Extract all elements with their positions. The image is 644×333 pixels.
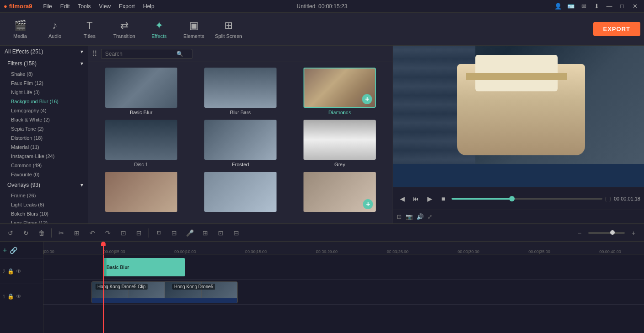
track-2-lock-icon[interactable]: 🔒: [7, 268, 14, 275]
video-clip[interactable]: Hong Kong Drone5 Clip Hong Kong Drone5: [91, 281, 238, 303]
zoom-out-button[interactable]: −: [574, 227, 585, 239]
toolbar-elements[interactable]: ▣ Elements: [177, 15, 210, 44]
zoom-in-button[interactable]: +: [628, 227, 639, 239]
download-icon[interactable]: ⬇: [591, 1, 602, 12]
step-back-button[interactable]: ⏮: [410, 193, 421, 204]
rewind-button[interactable]: ◀: [397, 193, 408, 204]
audio-icon: ♪: [53, 20, 58, 32]
reverse-button[interactable]: ⊡: [215, 227, 227, 239]
timeline-toolbar: ↺ ↻ 🗑 ✂ ⊞ ↶ ↷ ⊡ ⊟ ⊡ ⊟ 🎤 ⊞ ⊡ ⊟ − +: [0, 224, 644, 242]
sidebar-item-frame[interactable]: Frame (26): [0, 191, 88, 200]
track-1-number: 1: [3, 294, 5, 299]
voice-button[interactable]: 🎤: [184, 227, 196, 239]
track-2-eye-icon[interactable]: 👁: [16, 268, 21, 275]
effects-toolbar: ⠿ 🔍: [88, 46, 393, 62]
toolbar-media[interactable]: 🎬 Media: [4, 15, 37, 44]
toolbar-separator-2: [149, 228, 149, 238]
toolbar-transition[interactable]: ⇄ Transition: [108, 15, 141, 44]
minimize-button[interactable]: —: [604, 1, 615, 12]
split-button[interactable]: ⊡: [117, 227, 129, 239]
audio-stretch-button[interactable]: ⊞: [199, 227, 211, 239]
effect-blur-bars[interactable]: Blur Bars: [193, 68, 287, 115]
toolbar-effects[interactable]: ✦ Effects: [143, 15, 176, 44]
search-input[interactable]: [105, 51, 174, 57]
close-button[interactable]: ✕: [629, 1, 640, 12]
sidebar-item-bokeh-blurs[interactable]: Bokeh Blurs (10): [0, 209, 88, 218]
zoom-slider[interactable]: [588, 232, 625, 234]
effect-p3[interactable]: +: [293, 172, 387, 214]
preview-progress-bar[interactable]: [452, 198, 602, 200]
toolbar-split-screen[interactable]: ⊞ Split Screen: [212, 15, 245, 44]
undo-button[interactable]: ↺: [5, 227, 16, 239]
menu-edit[interactable]: Edit: [57, 2, 74, 11]
cut-button[interactable]: ✂: [55, 227, 67, 239]
step-back-tl-button[interactable]: ↶: [86, 227, 98, 239]
effect-label-grey: Grey: [334, 162, 345, 167]
menu-view[interactable]: View: [95, 2, 114, 11]
add-track-icon[interactable]: +: [3, 246, 7, 254]
timeline-ruler[interactable]: 00:00:00:00 00:00:05:00 00:00:10:00 00:0…: [43, 242, 644, 254]
sidebar-item-light-leaks[interactable]: Light Leaks (8): [0, 200, 88, 209]
effect-clip-basic-blur[interactable]: Basic Blur: [103, 258, 185, 276]
track-1-eye-icon[interactable]: 👁: [16, 293, 21, 300]
export-button[interactable]: EXPORT: [593, 22, 640, 36]
subtract-button[interactable]: ⊟: [230, 227, 242, 239]
sidebar-item-faux-film[interactable]: Faux Film (12): [0, 79, 88, 88]
menu-help[interactable]: Help: [139, 2, 158, 11]
id-icon[interactable]: 🪪: [565, 1, 576, 12]
mask-button[interactable]: ⊟: [168, 227, 180, 239]
sidebar-item-material[interactable]: Material (11): [0, 143, 88, 152]
effect-disc-1[interactable]: Disc 1: [94, 120, 188, 167]
menu-export[interactable]: Export: [115, 2, 138, 11]
track-labels: + 🔗 2 🔒 👁 1 🔒 👁: [0, 242, 43, 333]
menu-tools[interactable]: Tools: [74, 2, 94, 11]
grid-view-icon[interactable]: ⠿: [92, 49, 97, 58]
bracket-left: {: [605, 196, 607, 201]
sidebar-item-black-white[interactable]: Black & White (2): [0, 115, 88, 124]
menu-file[interactable]: File: [39, 2, 55, 11]
preview-monitor-icon[interactable]: ⊡: [397, 213, 402, 220]
crop-button[interactable]: ⊞: [71, 227, 83, 239]
project-title: Untitled:: [297, 3, 317, 10]
play-button[interactable]: ▶: [424, 193, 435, 204]
user-icon[interactable]: 👤: [553, 1, 564, 12]
app-logo: ● filmora9: [4, 3, 32, 10]
track-1-lock-icon[interactable]: 🔒: [7, 293, 14, 300]
sidebar-item-common[interactable]: Common (49): [0, 161, 88, 170]
sidebar-item-favourite[interactable]: Favourite (0): [0, 170, 88, 179]
effects-icon: ✦: [155, 20, 163, 32]
sidebar-overlays[interactable]: Overlays (93) ▾: [0, 179, 88, 191]
sidebar-item-night-life[interactable]: Night Life (3): [0, 88, 88, 97]
effect-grey[interactable]: Grey: [293, 120, 387, 167]
sidebar-item-sepia-tone[interactable]: Sepia Tone (2): [0, 124, 88, 133]
maximize-button[interactable]: □: [617, 1, 628, 12]
effect-diamonds[interactable]: + Diamonds: [293, 68, 387, 115]
preview-volume-icon[interactable]: 🔊: [416, 213, 424, 220]
delete-button[interactable]: 🗑: [36, 227, 48, 239]
step-fwd-tl-button[interactable]: ↷: [102, 227, 114, 239]
sidebar-all-effects[interactable]: All Effects (251) ▾: [0, 46, 88, 58]
effect-frosted[interactable]: Frosted: [193, 120, 287, 167]
preview-snapshot-icon[interactable]: 📷: [405, 213, 413, 220]
sidebar-filters[interactable]: Filters (158) ▾: [0, 58, 88, 69]
transition-icon: ⇄: [120, 20, 128, 32]
effect-p2[interactable]: [193, 172, 287, 214]
sidebar-item-background-blur[interactable]: Background Blur (16): [0, 97, 88, 106]
motion-track-button[interactable]: ⊡: [153, 227, 165, 239]
mail-icon[interactable]: ✉: [578, 1, 589, 12]
sidebar-item-distortion[interactable]: Distortion (18): [0, 133, 88, 143]
menu-items: File Edit Tools View Export Help: [39, 2, 158, 11]
toolbar-titles[interactable]: T Titles: [73, 15, 106, 44]
sidebar-item-lomography[interactable]: Lomography (4): [0, 106, 88, 115]
sidebar-item-lens-flares[interactable]: Lens Flares (12): [0, 218, 88, 223]
stop-button[interactable]: ■: [438, 193, 449, 204]
link-track-icon[interactable]: 🔗: [10, 247, 17, 254]
preview-fullscreen-icon[interactable]: ⤢: [427, 213, 432, 220]
effect-p1[interactable]: [94, 172, 188, 214]
color-match-button[interactable]: ⊟: [133, 227, 145, 239]
toolbar-audio[interactable]: ♪ Audio: [38, 15, 71, 44]
sidebar-item-instagram-like[interactable]: Instagram-Like (24): [0, 152, 88, 161]
sidebar-item-shake[interactable]: Shake (8): [0, 69, 88, 79]
effect-basic-blur[interactable]: Basic Blur: [94, 68, 188, 115]
redo-button[interactable]: ↻: [20, 227, 32, 239]
